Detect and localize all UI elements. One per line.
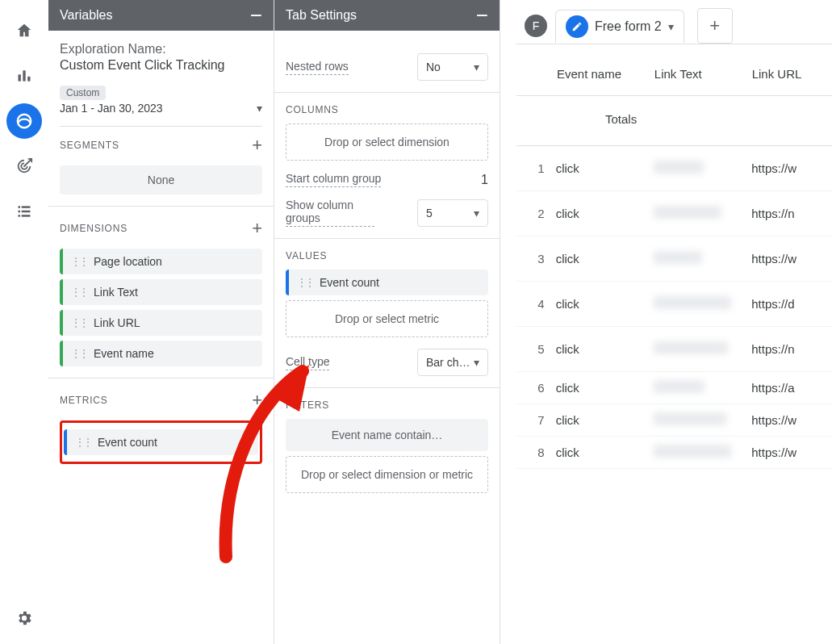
col-header-link-text[interactable]: Link Text — [654, 67, 752, 81]
chevron-down-icon[interactable]: ▾ — [668, 20, 674, 33]
totals-row: Totals — [516, 96, 832, 146]
row-number: 6 — [520, 381, 556, 395]
columns-drop-area[interactable]: Drop or select dimension — [286, 123, 488, 161]
metric-chip-event-count[interactable]: ⋮⋮Event count — [64, 429, 258, 455]
variables-header: Variables − — [48, 0, 274, 31]
col-header-event-name[interactable]: Event name — [557, 67, 654, 81]
dimension-label: Page location — [94, 255, 162, 268]
nested-rows-select[interactable]: No▾ — [417, 53, 488, 81]
cell-event-name: click — [556, 207, 654, 220]
metrics-label: METRICS — [60, 395, 108, 406]
pencil-icon — [566, 15, 588, 38]
row-number: 2 — [520, 207, 556, 220]
tab-settings-title: Tab Settings — [286, 8, 357, 23]
exploration-name-label: Exploration Name: — [60, 42, 262, 56]
svg-rect-9 — [22, 215, 31, 217]
settings-icon[interactable] — [6, 600, 42, 636]
svg-rect-6 — [19, 211, 21, 213]
filters-drop-area[interactable]: Drop or select dimension or metric — [286, 456, 488, 493]
table-row[interactable]: 7clickhttps://w — [516, 404, 832, 437]
cell-link-text — [654, 296, 751, 312]
add-metric-button[interactable]: + — [252, 390, 262, 411]
minimize-icon[interactable]: − — [476, 11, 488, 19]
bar-chart-icon[interactable] — [6, 58, 42, 94]
filter-chip[interactable]: Event name contain… — [286, 419, 488, 451]
values-label: VALUES — [286, 250, 488, 261]
cell-link-text — [654, 251, 751, 266]
cell-link-url: https://d — [751, 297, 829, 311]
chevron-down-icon: ▾ — [474, 356, 479, 369]
date-range-picker[interactable]: Jan 1 - Jan 30, 2023 ▾ — [60, 102, 262, 127]
table-row[interactable]: 3clickhttps://w — [516, 236, 832, 282]
cell-link-url: https://a — [751, 381, 829, 395]
segments-none[interactable]: None — [60, 165, 262, 194]
values-drop-area[interactable]: Drop or select metric — [286, 300, 488, 337]
row-number: 1 — [520, 161, 556, 175]
grip-icon: ⋮⋮ — [75, 437, 91, 448]
dimensions-label: DIMENSIONS — [60, 223, 128, 234]
add-dimension-button[interactable]: + — [252, 218, 262, 239]
cell-link-url: https://w — [751, 161, 829, 175]
nested-rows-label: Nested rows — [286, 60, 349, 75]
annotation-highlight: ⋮⋮Event count — [60, 420, 262, 464]
cell-link-text — [654, 206, 751, 221]
select-value: Bar ch… — [426, 356, 470, 369]
segments-label: SEGMENTS — [60, 140, 119, 151]
dimension-chip-link-text[interactable]: ⋮⋮Link Text — [60, 279, 262, 305]
cell-type-label: Cell type — [286, 355, 329, 370]
svg-rect-1 — [23, 70, 25, 81]
target-icon[interactable] — [6, 148, 42, 184]
explore-icon[interactable] — [6, 103, 42, 139]
variables-panel: Variables − Exploration Name: Custom Eve… — [48, 0, 274, 644]
svg-rect-5 — [22, 206, 31, 208]
report-table: Event name Link Text Link URL Totals 1cl… — [516, 56, 832, 469]
cell-link-url: https://n — [751, 207, 829, 220]
table-row[interactable]: 8clickhttps://w — [516, 437, 832, 469]
show-col-groups-label: Show column groups — [286, 199, 374, 227]
cell-event-name: click — [556, 297, 654, 311]
dimension-label: Link Text — [94, 286, 138, 299]
list-icon[interactable] — [6, 194, 42, 229]
chevron-down-icon: ▾ — [474, 61, 479, 73]
cell-link-url: https://w — [751, 413, 829, 427]
cell-event-name: click — [556, 161, 654, 175]
cell-link-text — [654, 412, 751, 428]
cell-link-text — [654, 445, 751, 460]
date-range-value: Jan 1 - Jan 30, 2023 — [60, 102, 163, 115]
row-number: 3 — [520, 252, 556, 266]
select-value: 5 — [426, 207, 433, 220]
table-row[interactable]: 4clickhttps://d — [516, 282, 832, 327]
dimension-chip-event-name[interactable]: ⋮⋮Event name — [60, 341, 262, 366]
start-col-group-label: Start column group — [286, 172, 381, 187]
add-segment-button[interactable]: + — [252, 135, 262, 156]
cell-event-name: click — [556, 381, 654, 395]
home-icon[interactable] — [6, 13, 42, 48]
exploration-name-value[interactable]: Custom Event Click Tracking — [60, 58, 262, 73]
cell-event-name: click — [556, 413, 654, 427]
start-col-group-value[interactable]: 1 — [481, 173, 488, 187]
tab-active[interactable]: Free form 2 ▾ — [555, 10, 684, 43]
chevron-down-icon: ▾ — [257, 102, 262, 115]
table-row[interactable]: 6clickhttps://a — [516, 372, 832, 404]
table-row[interactable]: 1clickhttps://w — [516, 146, 832, 191]
show-col-groups-select[interactable]: 5▾ — [417, 199, 488, 227]
table-row[interactable]: 2clickhttps://n — [516, 191, 832, 236]
cell-link-text — [654, 341, 751, 357]
col-header-link-url[interactable]: Link URL — [752, 67, 829, 81]
dimension-chip-link-url[interactable]: ⋮⋮Link URL — [60, 310, 262, 336]
cell-type-select[interactable]: Bar ch…▾ — [417, 349, 488, 376]
columns-label: COLUMNS — [286, 104, 488, 115]
dimension-chip-page-location[interactable]: ⋮⋮Page location — [60, 249, 262, 274]
grip-icon: ⋮⋮ — [71, 317, 87, 328]
cell-event-name: click — [556, 342, 654, 356]
svg-rect-2 — [27, 77, 30, 82]
cell-link-url: https://n — [751, 342, 829, 356]
values-chip-event-count[interactable]: ⋮⋮Event count — [286, 270, 488, 295]
svg-rect-8 — [19, 215, 21, 217]
add-tab-button[interactable]: + — [697, 8, 733, 44]
minimize-icon[interactable]: − — [250, 11, 262, 19]
totals-label: Totals — [605, 112, 637, 126]
report-panel: F Free form 2 ▾ + Event name Link Text L… — [500, 0, 832, 644]
table-row[interactable]: 5clickhttps://n — [516, 327, 832, 372]
values-chip-label: Event count — [320, 276, 379, 289]
